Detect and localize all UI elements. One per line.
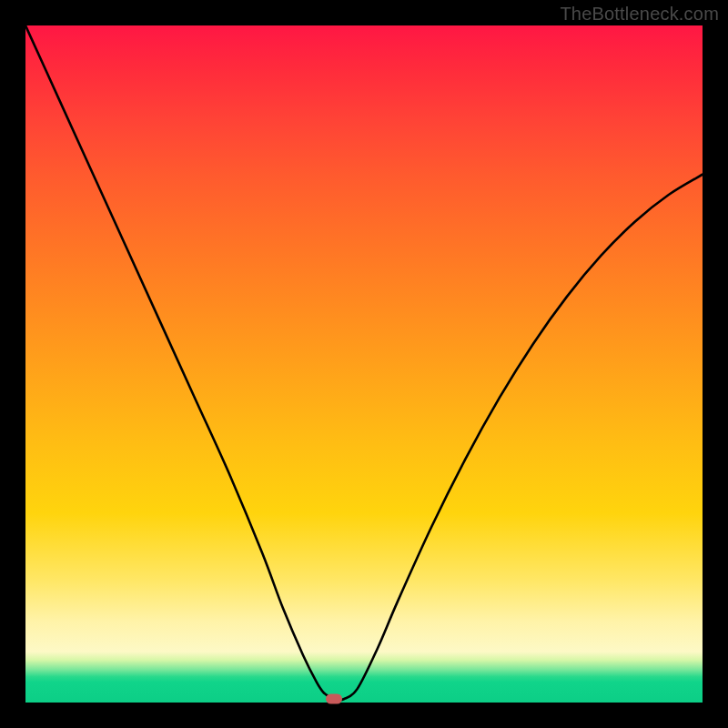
watermark-label: TheBottleneck.com <box>560 4 719 25</box>
bottleneck-curve <box>25 25 703 703</box>
chart-frame: TheBottleneck.com <box>0 0 728 728</box>
optimal-point-marker <box>326 694 342 704</box>
plot-area <box>25 25 703 703</box>
